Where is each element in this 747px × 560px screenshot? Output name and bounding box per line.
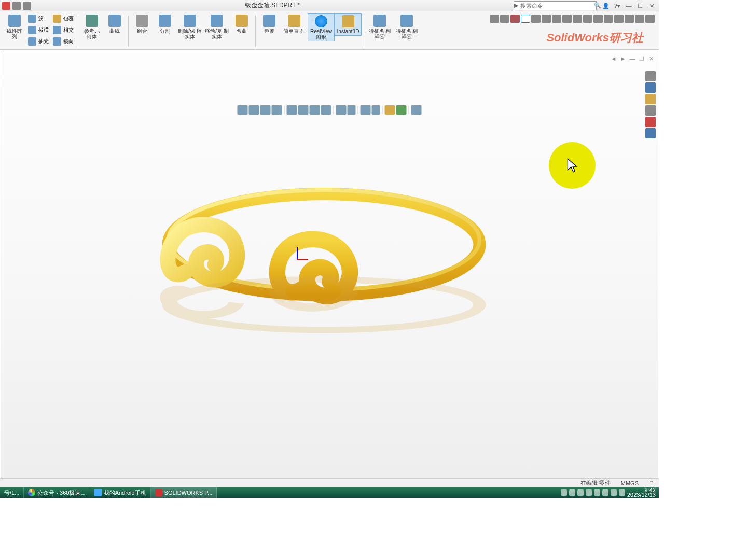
task-item-1[interactable]: 号\1... — [0, 487, 24, 498]
home-icon[interactable] — [645, 71, 656, 81]
filter-icon-13[interactable] — [614, 15, 624, 23]
filter-icon-3[interactable] — [510, 15, 520, 23]
simple-hole-button[interactable]: 简单直 孔 — [281, 13, 308, 35]
search-input[interactable] — [518, 3, 594, 9]
draft-button[interactable]: 拔模 — [26, 25, 51, 35]
3d-viewport[interactable]: ◄ ► — ☐ ✕ — [1, 51, 658, 478]
tray-icon-4[interactable] — [586, 489, 592, 496]
mirror-button[interactable]: 镜向 — [51, 36, 76, 47]
tray-icon-5[interactable] — [594, 489, 600, 496]
tray-icon-7[interactable] — [611, 489, 617, 496]
prev-view-icon[interactable] — [260, 105, 271, 115]
clock[interactable]: 9:422023/12/13 — [627, 488, 656, 497]
vt-icon-a[interactable] — [361, 105, 371, 115]
windows-taskbar: 号\1... 公众号 - 360极速... 我的Android手机 SOLIDW… — [0, 487, 659, 498]
vt-icon-e[interactable] — [411, 105, 422, 115]
file-explorer-icon[interactable] — [645, 105, 656, 116]
section-view-icon[interactable] — [272, 105, 282, 115]
vp-minimize-icon[interactable]: — — [629, 55, 636, 62]
tray-icon-6[interactable] — [602, 489, 608, 496]
vp-prev-icon[interactable]: ◄ — [610, 55, 617, 62]
flex-button[interactable]: 弯曲 — [230, 13, 253, 35]
filter-icon-10[interactable] — [583, 15, 592, 23]
combine-button[interactable]: 组合 — [131, 13, 154, 35]
status-bar: 在编辑 零件 MMGS ⌃ — [0, 478, 659, 487]
filter-icon-5[interactable] — [531, 15, 541, 23]
user-icon[interactable]: 👤 — [601, 2, 611, 10]
delete-keep-button[interactable]: 删除/保 留实体 — [176, 13, 203, 40]
filter-icon-7[interactable] — [552, 15, 561, 23]
split-button[interactable]: 分割 — [154, 13, 176, 35]
filter-icon-6[interactable] — [542, 15, 551, 23]
edit-appearance-icon[interactable] — [321, 105, 331, 115]
realview-button[interactable]: RealView 图形 — [308, 13, 335, 41]
status-chevron-icon[interactable]: ⌃ — [649, 480, 654, 486]
tray-icon-2[interactable] — [569, 489, 575, 496]
task-pane — [645, 71, 657, 138]
vp-close-icon[interactable]: ✕ — [647, 55, 655, 62]
curves-button[interactable]: 曲线 — [103, 13, 126, 35]
filter-icon-1[interactable] — [490, 15, 499, 23]
task-item-2[interactable]: 公众号 - 360极速... — [24, 487, 90, 498]
zoom-fit-icon[interactable] — [238, 105, 248, 115]
feature-name-macro2-button[interactable]: 特征名 翻译宏 — [393, 13, 420, 40]
display-style-icon[interactable] — [298, 105, 309, 115]
cursor-highlight — [549, 142, 596, 189]
tray-icon-1[interactable] — [561, 489, 567, 496]
vt-icon-d[interactable] — [396, 105, 407, 115]
search-play-icon: ▶ — [514, 2, 518, 9]
gear-icon[interactable] — [23, 2, 31, 10]
watermark-text: SolidWorks研习社 — [546, 30, 643, 46]
design-library-icon[interactable] — [645, 94, 656, 104]
zoom-area-icon[interactable] — [249, 105, 259, 115]
wrap2-button[interactable]: 包覆 — [258, 13, 281, 35]
intersect-button[interactable]: 相交 — [51, 25, 76, 35]
vt-icon-c[interactable] — [385, 105, 395, 115]
filter-icon-15[interactable] — [635, 15, 644, 23]
resources-icon[interactable] — [645, 82, 656, 93]
maximize-button[interactable]: ☐ — [635, 2, 645, 10]
move-copy-button[interactable]: 移动/复 制实体 — [203, 13, 230, 40]
filter-icon-2[interactable] — [500, 15, 509, 23]
vp-maximize-icon[interactable]: ☐ — [638, 55, 645, 62]
search-icon[interactable]: 🔍 — [594, 2, 601, 9]
ref-geometry-button[interactable]: 参考几 何体 — [80, 13, 103, 40]
view-palette-icon[interactable] — [645, 117, 656, 127]
view-settings-icon[interactable] — [348, 105, 356, 115]
help-icon[interactable]: ?▾ — [612, 2, 622, 10]
vt-icon-b[interactable] — [372, 105, 380, 115]
tray-icon-3[interactable] — [577, 489, 584, 496]
document-title: 钣金金箍.SLDPRT * — [31, 1, 514, 10]
feature-name-macro-button[interactable]: 特征名 翻译宏 — [366, 13, 393, 40]
app-icon[interactable] — [2, 2, 10, 10]
shell-button[interactable]: 抽壳 — [26, 36, 51, 47]
view-orient-icon[interactable] — [287, 105, 297, 115]
task-item-solidworks[interactable]: SOLIDWORKS P... — [151, 487, 217, 498]
filter-icon-9[interactable] — [573, 15, 582, 23]
minimize-button[interactable]: — — [624, 2, 634, 10]
selection-filter-bar — [489, 13, 656, 24]
search-box[interactable]: ▶ 🔍 — [514, 1, 597, 10]
close-button[interactable]: ✕ — [646, 2, 657, 10]
filter-icon-14[interactable] — [625, 15, 634, 23]
edit-status: 在编辑 零件 — [580, 479, 611, 487]
appearances-icon[interactable] — [645, 128, 656, 138]
wrap-button[interactable]: 包覆 — [51, 13, 76, 24]
menu-icon[interactable] — [12, 2, 21, 10]
filter-icon-16[interactable] — [645, 15, 655, 23]
filter-icon-12[interactable] — [604, 15, 613, 23]
filter-icon-11[interactable] — [593, 15, 603, 23]
linear-pattern-button[interactable]: 线性阵 列 — [3, 13, 26, 40]
task-item-3[interactable]: 我的Android手机 — [90, 487, 151, 498]
vp-next-icon[interactable]: ► — [619, 55, 627, 62]
tray-icon-8[interactable] — [619, 489, 625, 496]
select-arrow-icon[interactable] — [521, 15, 530, 23]
apply-scene-icon[interactable] — [336, 105, 347, 115]
filter-icon-8[interactable] — [562, 15, 572, 23]
units-label[interactable]: MMGS — [621, 480, 639, 486]
system-tray: 9:422023/12/13 — [561, 488, 659, 497]
rib-button[interactable]: 筋 — [26, 13, 51, 24]
instant3d-button[interactable]: Instant3D — [335, 13, 362, 36]
view-heads-up-toolbar — [238, 104, 422, 116]
hide-show-icon[interactable] — [310, 105, 320, 115]
